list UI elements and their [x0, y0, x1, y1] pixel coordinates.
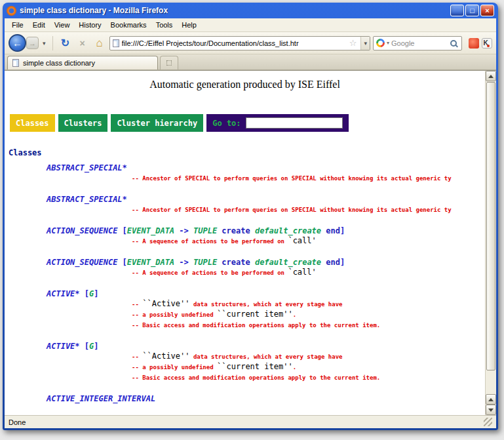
- scrollbar-track[interactable]: [486, 371, 496, 394]
- menu-item-view[interactable]: View: [50, 20, 75, 30]
- menu-item-help[interactable]: Help: [177, 20, 201, 30]
- url-bar[interactable]: file:///C:/Eiffel Projects/tour/Document…: [109, 36, 370, 50]
- code-segment: ``Active'': [142, 351, 189, 361]
- code-segment: TUPLE: [193, 258, 217, 267]
- code-segment: create: [217, 258, 255, 267]
- history-dropdown[interactable]: ▾: [41, 40, 47, 47]
- arrow-down-icon: [488, 409, 494, 412]
- titlebar[interactable]: simple class dictionary - Mozilla Firefo…: [5, 3, 496, 18]
- class-link[interactable]: ACTIVE*: [47, 342, 80, 351]
- desktop: simple class dictionary - Mozilla Firefo…: [0, 0, 504, 440]
- code-segment: -- Ancestor of SPECIAL to perform querie…: [132, 207, 452, 213]
- scroll-down-button[interactable]: [486, 405, 496, 415]
- goto-label: Go to:: [212, 119, 241, 128]
- class-signature: ACTIVE* [G]: [47, 289, 485, 299]
- page-favicon: [113, 39, 119, 47]
- class-signature: ACTIVE* [G]: [47, 341, 485, 351]
- menu-item-file[interactable]: File: [7, 20, 28, 30]
- class-link[interactable]: ACTIVE*: [47, 289, 80, 298]
- menu-item-tools[interactable]: Tools: [151, 20, 178, 30]
- menubar: FileEditViewHistoryBookmarksToolsHelp: [5, 18, 496, 32]
- code-segment: data structures, which at every stage ha…: [190, 353, 343, 360]
- extension-2-label: K: [483, 39, 488, 47]
- extension-icon-1[interactable]: [469, 38, 479, 49]
- search-magnifier-icon[interactable]: [450, 40, 457, 47]
- class-link[interactable]: ABSTRACT_SPECIAL*: [47, 195, 127, 204]
- classes-section-title: Classes: [9, 148, 485, 157]
- class-comment: -- Ancestor of SPECIAL to perform querie…: [132, 173, 485, 184]
- cluster-hierarchy-button[interactable]: Cluster hierarchy: [111, 114, 203, 132]
- goto-input[interactable]: [246, 117, 343, 129]
- stop-icon: ×: [79, 38, 85, 49]
- class-comment: -- A sequence of actions to be performed…: [132, 236, 485, 247]
- class-entry: ABSTRACT_SPECIAL*-- Ancestor of SPECIAL …: [47, 194, 485, 215]
- url-text[interactable]: file:///C:/Eiffel Projects/tour/Document…: [122, 39, 345, 47]
- code-segment: -- A sequence of actions to be performed…: [132, 270, 288, 276]
- window-controls: _ □ ×: [450, 5, 494, 16]
- code-segment: [: [80, 289, 89, 298]
- classes-button[interactable]: Classes: [10, 114, 55, 132]
- extension-icon-2[interactable]: K: [482, 38, 492, 49]
- code-segment: default_create: [255, 258, 321, 267]
- tab-simple-class-dictionary[interactable]: simple class dictionary: [7, 56, 158, 70]
- back-button[interactable]: ←: [9, 34, 26, 52]
- class-signature: ABSTRACT_SPECIAL*: [47, 194, 485, 205]
- resize-grip[interactable]: [484, 418, 492, 426]
- forward-button[interactable]: →: [26, 37, 39, 49]
- code-segment: [: [117, 258, 126, 267]
- page-body: Automatic generation produced by ISE Eif…: [5, 71, 485, 415]
- class-entry: ACTIVE_INTEGER_INTERVAL: [47, 393, 485, 404]
- code-segment: TUPLE: [193, 226, 217, 235]
- class-signature: ACTIVE_INTEGER_INTERVAL: [47, 393, 485, 404]
- menu-item-edit[interactable]: Edit: [28, 20, 50, 30]
- bookmark-star-icon[interactable]: ☆: [348, 38, 359, 48]
- class-entry: ACTIVE* [G]-- ``Active'' data structures…: [47, 341, 485, 383]
- code-segment: default_create: [255, 226, 321, 235]
- code-segment: --: [132, 301, 142, 308]
- class-signature: ABSTRACT_SPECIAL*: [47, 163, 485, 173]
- class-link[interactable]: ACTION_SEQUENCE: [47, 226, 117, 235]
- content-area: Automatic generation produced by ISE Eif…: [5, 70, 496, 415]
- stop-button[interactable]: ×: [75, 36, 90, 50]
- close-icon: ×: [485, 7, 489, 14]
- clusters-button[interactable]: Clusters: [58, 114, 108, 132]
- vertical-scrollbar[interactable]: [485, 71, 496, 415]
- class-comment: -- Ancestor of SPECIAL to perform querie…: [132, 205, 485, 215]
- tab-bar: simple class dictionary: [5, 54, 496, 70]
- scrollbar-thumb[interactable]: [486, 82, 495, 370]
- window-title: simple class dictionary - Mozilla Firefo…: [20, 6, 168, 15]
- reload-button[interactable]: ↻: [58, 36, 73, 50]
- window-body: FileEditViewHistoryBookmarksToolsHelp ← …: [5, 18, 496, 428]
- code-segment: EVENT_DATA: [127, 226, 174, 235]
- menu-item-bookmarks[interactable]: Bookmarks: [106, 20, 151, 30]
- back-icon: ←: [12, 37, 22, 49]
- tab-label: simple class dictionary: [23, 59, 95, 67]
- search-engine-dropdown[interactable]: ▾: [387, 40, 389, 46]
- class-link[interactable]: ACTION_SEQUENCE: [47, 258, 117, 267]
- scroll-up-button[interactable]: [486, 71, 496, 81]
- class-link[interactable]: ACTIVE_INTEGER_INTERVAL: [47, 394, 155, 403]
- class-comment: -- ``Active'' data structures, which at …: [132, 299, 485, 310]
- menu-item-history[interactable]: History: [74, 20, 106, 30]
- search-bar[interactable]: ▾ Google: [373, 36, 462, 50]
- maximize-button[interactable]: □: [465, 5, 479, 16]
- google-logo-icon: [376, 39, 385, 47]
- minimize-button[interactable]: _: [450, 5, 464, 16]
- search-input[interactable]: Google: [391, 39, 448, 47]
- code-segment: data structures, which at every stage ha…: [190, 301, 343, 308]
- code-segment: -- Basic access and modification operati…: [132, 322, 380, 329]
- tab-strip-button[interactable]: [160, 56, 178, 70]
- home-button[interactable]: ⌂: [92, 36, 107, 50]
- close-button[interactable]: ×: [480, 5, 494, 16]
- code-segment: -- a possibly undefined: [132, 311, 217, 318]
- code-segment: ]: [94, 342, 98, 351]
- class-link[interactable]: ABSTRACT_SPECIAL*: [47, 163, 127, 172]
- chevron-down-icon: ▾: [43, 40, 46, 47]
- scroll-up-button-bottom[interactable]: [486, 394, 496, 405]
- arrow-up-icon: [488, 75, 494, 78]
- status-text: Done: [9, 418, 26, 426]
- chevron-down-icon: ▾: [364, 40, 367, 47]
- page-heading: Automatic generation produced by ISE Eif…: [5, 79, 485, 90]
- url-history-dropdown[interactable]: ▾: [360, 37, 370, 50]
- class-comment: -- a possibly undefined ``current item''…: [132, 362, 485, 372]
